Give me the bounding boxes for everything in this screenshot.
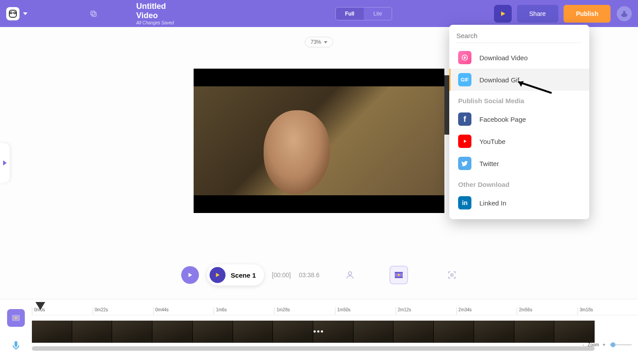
mode-full[interactable]: Full <box>336 8 364 20</box>
app-logo[interactable] <box>6 7 19 20</box>
video-track[interactable]: ••• <box>32 321 595 343</box>
publish-button[interactable]: Publish <box>564 5 611 23</box>
audio-track-icon[interactable] <box>7 337 25 354</box>
preview-play-button[interactable] <box>494 5 511 23</box>
download-video-item[interactable]: Download Video <box>449 46 589 69</box>
tick: 0m44s <box>153 307 214 315</box>
youtube-icon <box>458 135 471 148</box>
mode-lite[interactable]: Lite <box>364 8 392 20</box>
project-title[interactable]: Untitled Video <box>136 2 189 20</box>
download-video-icon <box>458 51 471 64</box>
tick: 2m12s <box>396 307 456 315</box>
search-input[interactable] <box>456 32 582 39</box>
facebook-item[interactable]: f Facebook Page <box>449 108 589 130</box>
track-more-icon[interactable]: ••• <box>313 327 324 337</box>
time-ruler[interactable]: 0m0s 0m22s 0m44s 1m6s 1m28s 1m50s 2m12s … <box>32 307 638 315</box>
youtube-item[interactable]: YouTube <box>449 130 589 152</box>
total-time: 03:38.6 <box>299 271 319 279</box>
app-header: Untitled Video All Changes Saved Full Li… <box>0 0 638 27</box>
item-label: Download Video <box>479 54 528 62</box>
user-avatar[interactable] <box>617 6 632 21</box>
item-label: Linked In <box>479 199 506 207</box>
logo-dropdown-icon[interactable] <box>23 12 27 15</box>
scene-label: Scene 1 <box>231 271 256 279</box>
item-label: Twitter <box>479 160 499 167</box>
timeline-track-area[interactable]: 0m0s 0m22s 0m44s 1m6s 1m28s 1m50s 2m12s … <box>32 299 638 364</box>
current-time: [00:00] <box>272 271 291 279</box>
video-preview[interactable] <box>194 69 444 213</box>
timeline-zoom[interactable]: - Zoom + <box>583 342 633 347</box>
download-gif-item[interactable]: GIF Download Gif <box>449 69 589 91</box>
scene-selector[interactable]: Scene 1 <box>207 264 264 286</box>
social-heading: Publish Social Media <box>449 91 589 108</box>
chevron-down-icon <box>324 41 327 43</box>
item-label: Facebook Page <box>479 116 526 123</box>
scene-play-icon[interactable] <box>210 267 226 283</box>
svg-point-7 <box>623 11 626 13</box>
scene-control-bar: Scene 1 [00:00] 03:38.6 <box>0 264 638 286</box>
copy-icon[interactable] <box>89 10 97 18</box>
linkedin-item[interactable]: in Linked In <box>449 192 589 214</box>
zoom-slider[interactable] <box>610 344 632 345</box>
focus-icon[interactable] <box>447 270 457 280</box>
video-track-icon[interactable] <box>7 309 25 327</box>
svg-point-2 <box>11 12 12 13</box>
tick: 1m50s <box>335 307 396 315</box>
publish-dropdown: Download Video GIF Download Gif Publish … <box>449 25 589 219</box>
video-content <box>194 86 444 195</box>
facebook-icon: f <box>458 112 471 126</box>
save-status: All Changes Saved <box>136 20 189 25</box>
timeline-scrollbar[interactable] <box>32 346 595 351</box>
svg-rect-5 <box>91 11 95 15</box>
item-label: YouTube <box>479 138 506 145</box>
share-button[interactable]: Share <box>517 5 558 23</box>
zoom-value: 73% <box>311 39 321 45</box>
twitter-item[interactable]: Twitter <box>449 152 589 174</box>
tick: 0m22s <box>93 307 153 315</box>
svg-point-3 <box>14 12 15 13</box>
timeline-tools <box>0 299 32 364</box>
svg-point-19 <box>451 274 453 276</box>
person-icon[interactable] <box>345 270 355 280</box>
video-mode-icon[interactable] <box>389 266 408 284</box>
twitter-icon <box>458 157 471 170</box>
svg-rect-17 <box>395 272 403 273</box>
zoom-out[interactable]: - <box>583 342 584 347</box>
tick: 1m6s <box>214 307 274 315</box>
timeline: 0m0s 0m22s 0m44s 1m6s 1m28s 1m50s 2m12s … <box>0 299 638 364</box>
other-heading: Other Download <box>449 174 589 192</box>
gif-icon: GIF <box>458 73 471 86</box>
item-label: Download Gif <box>479 76 519 84</box>
svg-rect-18 <box>395 277 403 278</box>
svg-rect-21 <box>15 341 18 347</box>
tick: 1m28s <box>274 307 335 315</box>
zoom-label: Zoom <box>588 342 599 347</box>
linkedin-icon: in <box>458 196 471 209</box>
tick: 3m18s <box>577 307 638 315</box>
svg-point-15 <box>348 272 351 275</box>
title-block: Untitled Video All Changes Saved <box>136 2 189 25</box>
zoom-selector[interactable]: 73% <box>305 37 333 47</box>
zoom-in[interactable]: + <box>603 342 605 347</box>
tick: 2m56s <box>517 307 577 315</box>
expand-sidebar-tab[interactable] <box>0 143 10 183</box>
tick: 2m34s <box>456 307 517 315</box>
play-all-button[interactable] <box>181 266 199 284</box>
svg-rect-6 <box>92 12 96 16</box>
dropdown-search[interactable] <box>456 32 582 43</box>
mode-toggle[interactable]: Full Lite <box>335 7 392 20</box>
